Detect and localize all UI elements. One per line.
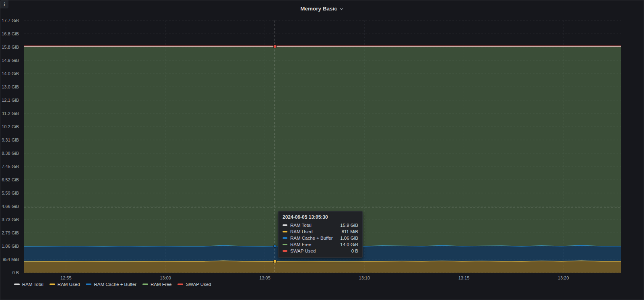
legend-swatch [142,284,148,285]
y-axis-tick-label: 1.86 GiB [2,244,19,249]
legend-label: RAM Free [151,282,171,287]
legend-item-ram-total[interactable]: RAM Total [14,282,43,287]
x-axis-tick-label: 13:10 [359,275,370,280]
tooltip-series-label: RAM Used [290,229,339,234]
y-axis-tick-label: 16.8 GiB [2,31,19,36]
y-axis-tick-label: 0 B [12,270,19,275]
tooltip-row-ram-total: RAM Total15.9 GiB [283,222,358,228]
tooltip-row-swap-used: SWAP Used0 B [283,248,358,254]
y-axis-tick-label: 5.59 GiB [2,191,19,195]
y-axis-tick-label: 2.79 GiB [2,230,19,235]
legend-swatch [50,284,55,285]
y-axis-tick-label: 4.66 GiB [2,204,19,209]
legend-label: RAM Cache + Buffer [94,282,136,287]
tooltip-series-value: 14.0 GiB [340,242,358,247]
tooltip-series-value: 15.9 GiB [340,223,358,228]
y-axis-tick-label: 11.2 GiB [2,111,19,116]
legend-swatch [14,284,20,285]
y-axis: 17.7 GiB16.8 GiB15.8 GiB14.9 GiB14.0 GiB… [0,0,21,282]
tooltip-series-value: 811 MiB [342,229,358,234]
x-axis-tick-label: 12:55 [60,275,72,280]
y-axis-tick-label: 3.73 GiB [2,217,19,222]
grafana-panel-memory-basic: i Memory Basic 17.7 GiB16.8 GiB15.8 GiB1… [0,0,644,300]
tooltip-series-label: RAM Free [290,242,337,247]
tooltip-series-swatch [283,237,287,239]
tooltip-series-swatch [283,250,287,252]
tooltip-series-label: RAM Total [290,223,337,228]
y-axis-tick-label: 15.8 GiB [2,45,19,49]
hover-point-swap-used [273,45,277,48]
legend-swatch [178,284,183,285]
tooltip-series-swatch [283,231,287,232]
hover-point-ram-used [273,260,277,263]
tooltip-row-ram-free: RAM Free14.0 GiB [283,241,358,248]
x-axis-tick-label: 13:20 [558,275,569,280]
x-axis-tick-label: 13:05 [259,275,270,280]
chart-legend: RAM TotalRAM UsedRAM Cache + BufferRAM F… [14,282,211,287]
tooltip-series-label: SWAP Used [290,249,349,253]
panel-info-icon[interactable]: i [0,0,8,8]
tooltip-timestamp: 2024-06-05 13:05:30 [283,214,358,220]
tooltip-row-ram-used: RAM Used811 MiB [283,228,358,235]
tooltip-series-swatch [283,244,287,245]
y-axis-tick-label: 9.31 GiB [2,138,19,142]
legend-label: RAM Used [58,282,80,287]
y-axis-tick-label: 954 MiB [3,257,19,262]
legend-item-ram-used[interactable]: RAM Used [50,282,80,287]
y-axis-tick-label: 14.9 GiB [2,58,19,63]
y-axis-tick-label: 10.2 GiB [2,124,19,129]
hover-point-ram-cache-buffer [274,245,276,247]
y-axis-tick-label: 8.38 GiB [2,151,19,156]
tooltip-series-value: 0 B [351,249,358,253]
y-axis-tick-label: 17.7 GiB [2,18,19,23]
legend-label: SWAP Used [186,282,211,287]
legend-item-ram-cache-buffer[interactable]: RAM Cache + Buffer [86,282,136,287]
tooltip-series-value: 1.06 GiB [340,236,358,240]
legend-label: RAM Total [22,282,43,287]
x-axis-tick-label: 13:00 [160,275,171,280]
legend-swatch [86,284,91,285]
y-axis-tick-label: 6.52 GiB [2,177,19,182]
legend-item-ram-free[interactable]: RAM Free [142,282,171,287]
legend-item-swap-used[interactable]: SWAP Used [178,282,211,287]
x-axis-tick-label: 13:15 [458,275,470,280]
area-ram-used [24,261,621,273]
hover-tooltip: 2024-06-05 13:05:30 RAM Total15.9 GiBRAM… [278,211,363,258]
y-axis-tick-label: 7.45 GiB [2,164,19,169]
y-axis-tick-label: 12.1 GiB [2,98,19,103]
tooltip-series-swatch [283,224,287,226]
y-axis-tick-label: 14.0 GiB [2,71,19,76]
tooltip-row-ram-cache-buffer: RAM Cache + Buffer1.06 GiB [283,235,358,241]
tooltip-series-label: RAM Cache + Buffer [290,236,337,240]
y-axis-tick-label: 13.0 GiB [2,84,19,89]
